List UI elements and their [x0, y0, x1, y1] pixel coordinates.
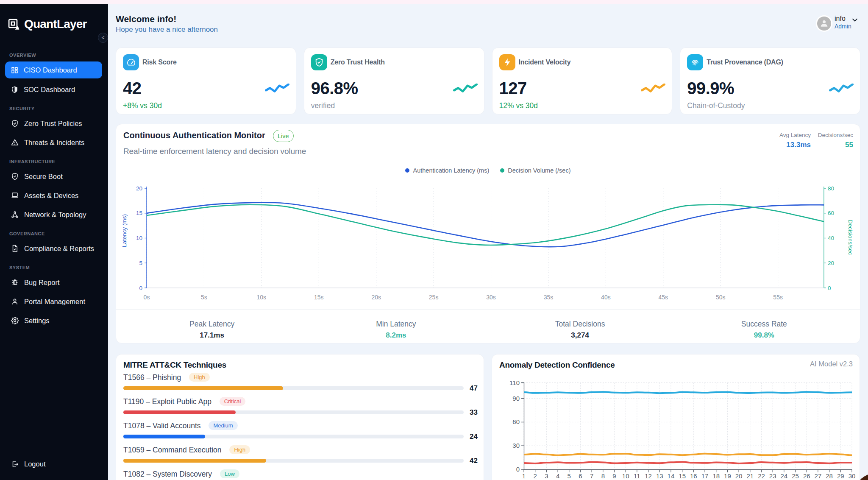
svg-text:20s: 20s — [371, 294, 381, 301]
svg-text:25s: 25s — [429, 294, 439, 301]
svg-text:30: 30 — [512, 442, 520, 449]
svg-text:16: 16 — [690, 472, 697, 480]
svg-text:7: 7 — [590, 472, 593, 480]
svg-text:0: 0 — [139, 285, 142, 291]
svg-text:3: 3 — [545, 472, 548, 480]
svg-text:28: 28 — [826, 472, 833, 480]
svg-text:80: 80 — [828, 185, 834, 192]
svg-text:17: 17 — [701, 472, 709, 480]
svg-text:40: 40 — [828, 235, 834, 241]
svg-text:1: 1 — [522, 472, 526, 480]
svg-text:30s: 30s — [486, 294, 496, 301]
svg-text:Decisions/sec: Decisions/sec — [847, 220, 854, 255]
svg-text:0: 0 — [828, 285, 831, 291]
svg-text:50s: 50s — [716, 294, 726, 301]
svg-text:14: 14 — [668, 472, 675, 480]
svg-text:26: 26 — [803, 472, 810, 480]
svg-text:60: 60 — [512, 418, 520, 425]
svg-text:29: 29 — [837, 472, 844, 480]
svg-text:35s: 35s — [544, 294, 554, 301]
svg-text:15: 15 — [136, 210, 142, 216]
svg-text:90: 90 — [512, 395, 520, 402]
svg-text:22: 22 — [758, 472, 765, 480]
svg-text:6: 6 — [579, 472, 582, 480]
svg-text:40s: 40s — [601, 294, 611, 301]
svg-text:10s: 10s — [257, 294, 267, 301]
svg-text:27: 27 — [815, 472, 822, 480]
svg-text:21: 21 — [746, 472, 754, 480]
svg-text:60: 60 — [828, 210, 834, 216]
svg-text:23: 23 — [769, 472, 776, 480]
svg-text:0: 0 — [516, 466, 520, 473]
svg-text:19: 19 — [724, 472, 731, 480]
svg-text:8: 8 — [601, 472, 605, 480]
svg-text:30: 30 — [849, 472, 856, 480]
svg-text:24: 24 — [781, 472, 788, 480]
svg-text:Latency (ms): Latency (ms) — [121, 214, 128, 247]
svg-text:11: 11 — [634, 472, 640, 480]
svg-text:45s: 45s — [659, 294, 668, 301]
svg-text:20: 20 — [735, 472, 743, 480]
svg-text:2: 2 — [534, 472, 537, 480]
svg-text:4: 4 — [556, 472, 559, 480]
svg-text:20: 20 — [136, 185, 142, 192]
svg-text:12: 12 — [645, 472, 652, 480]
svg-text:110: 110 — [509, 379, 520, 386]
svg-text:55s: 55s — [773, 294, 783, 301]
svg-text:10: 10 — [136, 235, 142, 241]
svg-text:5s: 5s — [201, 294, 207, 301]
svg-text:25: 25 — [792, 472, 799, 480]
svg-text:9: 9 — [612, 472, 616, 480]
svg-text:18: 18 — [712, 472, 720, 480]
svg-text:13: 13 — [656, 472, 663, 480]
svg-text:10: 10 — [622, 472, 629, 480]
svg-text:0s: 0s — [144, 294, 150, 301]
svg-text:5: 5 — [568, 472, 571, 480]
svg-text:20: 20 — [828, 260, 834, 266]
svg-text:5: 5 — [139, 260, 142, 266]
svg-text:15s: 15s — [314, 294, 324, 301]
svg-text:15: 15 — [679, 472, 686, 480]
